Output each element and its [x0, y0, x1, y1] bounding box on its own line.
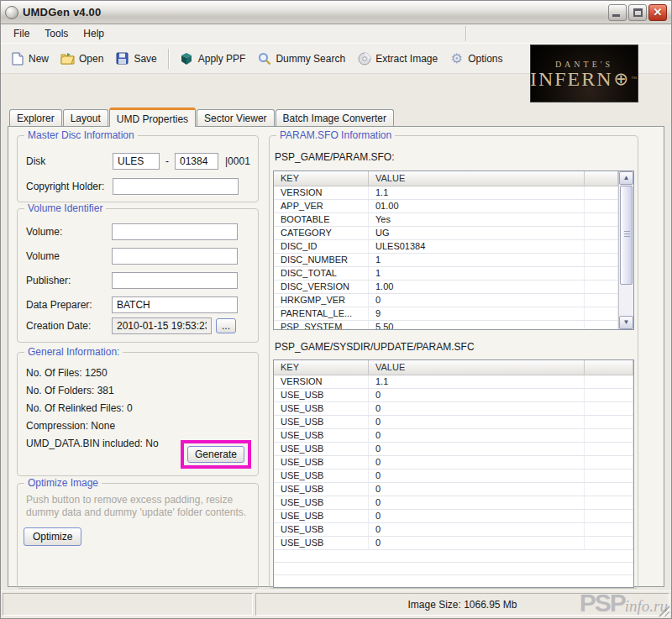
optimize-button[interactable]: Optimize [24, 527, 81, 546]
value-cell: 0 [369, 483, 585, 496]
extract-image-button[interactable]: Extract Image [351, 48, 444, 69]
tab[interactable]: Explorer [9, 109, 62, 126]
extra-cell [585, 267, 618, 280]
table-row[interactable]: APP_VER 01.00 [274, 200, 618, 213]
table-row[interactable]: USE_USB 0 [274, 443, 633, 456]
extra-cell [585, 443, 633, 455]
value-column-header[interactable]: VALUE [369, 171, 585, 186]
tab[interactable]: UMD Properties [109, 108, 196, 127]
creation-date-input[interactable] [112, 317, 212, 334]
key-cell: DISC_NUMBER [274, 254, 369, 266]
extra-cell [585, 537, 633, 549]
value-cell: 0 [369, 496, 585, 509]
key-cell: USE_USB [274, 402, 369, 415]
table-row[interactable]: USE_USB 0 [274, 456, 633, 469]
options-button[interactable]: ⚙ Options [444, 48, 508, 69]
master-disc-title: Master Disc Information [24, 129, 138, 141]
extra-cell [585, 416, 633, 428]
toolbar-separator [168, 49, 169, 69]
general-information-title: General Information: [24, 346, 123, 358]
key-cell: USE_USB [274, 483, 369, 496]
table-row[interactable]: USE_USB 0 [274, 483, 633, 496]
tab[interactable]: Batch Image Converter [276, 109, 394, 126]
apply-ppf-button[interactable]: Apply PPF [174, 48, 252, 69]
table-row[interactable]: USE_USB 0 [274, 469, 633, 483]
field-input[interactable] [112, 223, 238, 240]
tab[interactable]: Sector Viewer [197, 109, 274, 126]
value-column-header[interactable]: VALUE [369, 360, 585, 375]
menu-tools[interactable]: Tools [37, 26, 76, 41]
sfo-table-scrollbar[interactable]: ▲ ▼ [618, 171, 633, 329]
sfo-table: KEY VALUE VERSION 1.1 APP_V [273, 170, 634, 330]
param-sfo-group: PARAM.SFO Information PSP_GAME/PARAM.SFO… [269, 135, 638, 589]
generate-button[interactable]: Generate [187, 446, 244, 463]
copyright-input[interactable] [113, 178, 239, 195]
table-row[interactable]: USE_USB 0 [274, 389, 633, 402]
minimize-button[interactable] [608, 4, 627, 21]
volume-field-row: Data Preparer: [18, 292, 258, 317]
table-row[interactable]: BOOTABLE Yes [274, 213, 618, 227]
table-row[interactable]: PARENTAL_LE... 9 [274, 307, 618, 321]
table-row[interactable]: VERSION 1.1 [274, 186, 618, 200]
table-row[interactable]: USE_USB 0 [274, 510, 633, 523]
close-button[interactable]: ✕ [648, 4, 667, 21]
extra-cell [585, 375, 633, 388]
table-row[interactable]: HRKGMP_VER 0 [274, 294, 618, 307]
disk-code-input[interactable] [113, 153, 160, 170]
maximize-button[interactable] [628, 4, 647, 21]
table-row[interactable]: USE_USB 0 [274, 402, 633, 416]
resize-grip[interactable] [659, 606, 669, 616]
table-row[interactable]: CATEGORY UG [274, 227, 618, 240]
table-row[interactable]: USE_USB 0 [274, 416, 633, 429]
logo-line2: INFERN⊕™ [530, 70, 638, 88]
scroll-up-icon[interactable]: ▲ [619, 171, 633, 185]
key-cell: DISC_TOTAL [274, 267, 369, 280]
scroll-down-icon[interactable]: ▼ [619, 316, 633, 329]
extra-cell [585, 496, 633, 509]
table-row[interactable]: USE_USB 0 [274, 429, 633, 443]
optimize-description: Push button to remove excess padding, re… [18, 484, 258, 519]
app-window: UMDGen v4.00 ✕ File Tools Help New Open … [0, 0, 672, 619]
disk-suffix: |0001 [225, 155, 250, 167]
volume-identifier-group: Volume Identifier Volume: Volume Publish… [17, 208, 259, 343]
field-input[interactable] [112, 272, 238, 289]
table-row[interactable]: DISC_NUMBER 1 [274, 254, 618, 267]
general-info-line: No. Of Folders: 381 [18, 382, 258, 400]
key-cell: USE_USB [274, 389, 369, 401]
open-label: Open [79, 53, 103, 65]
value-cell: 0 [369, 443, 585, 455]
browse-date-button[interactable]: ... [216, 318, 236, 333]
key-cell: USE_USB [274, 496, 369, 509]
table-row[interactable]: DISC_TOTAL 1 [274, 267, 618, 281]
table-row[interactable]: USE_USB 0 [274, 496, 633, 510]
open-button[interactable]: Open [55, 48, 109, 69]
dummy-search-label: Dummy Search [276, 53, 345, 65]
volume-field-row: Volume [18, 244, 258, 268]
value-cell: 0 [369, 510, 585, 522]
table-row[interactable]: DISC_ID ULES01384 [274, 240, 618, 254]
table-row[interactable]: USE_USB 0 [274, 537, 633, 550]
key-column-header[interactable]: KEY [274, 171, 369, 186]
disk-separator: - [165, 155, 169, 167]
menu-file[interactable]: File [6, 26, 37, 41]
umd-properties-panel: Master Disc Information Disk - |0001 Cop… [8, 126, 664, 587]
maximize-icon [633, 8, 643, 17]
apply-ppf-label: Apply PPF [198, 53, 246, 65]
extra-column-header [585, 360, 633, 375]
tab[interactable]: Layout [63, 109, 108, 126]
key-column-header[interactable]: KEY [274, 360, 369, 375]
save-button[interactable]: Save [109, 48, 162, 69]
disk-number-input[interactable] [175, 153, 218, 170]
key-cell: USE_USB [274, 469, 369, 482]
key-cell: VERSION [274, 375, 369, 388]
field-input[interactable] [112, 296, 238, 313]
scrollbar-thumb[interactable] [620, 186, 633, 285]
menu-help[interactable]: Help [76, 26, 112, 41]
new-button[interactable]: New [4, 48, 55, 69]
table-row[interactable]: PSP_SYSTEM... 5.50 [274, 321, 618, 329]
table-row[interactable]: DISC_VERSION 1.00 [274, 281, 618, 294]
table-row[interactable]: USE_USB 0 [274, 523, 633, 537]
field-input[interactable] [112, 248, 238, 265]
dummy-search-button[interactable]: Dummy Search [251, 48, 351, 69]
table-row[interactable]: VERSION 1.1 [274, 375, 633, 389]
